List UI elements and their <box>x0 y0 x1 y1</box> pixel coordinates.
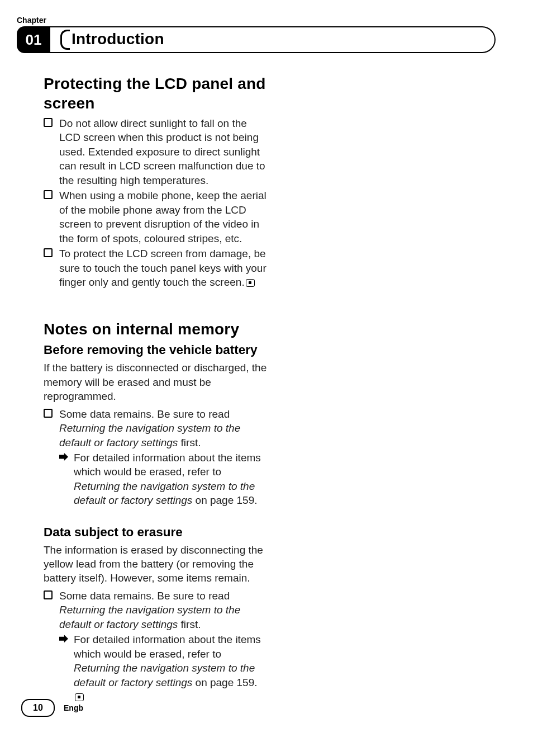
subheading-erasure: Data subject to erasure <box>44 525 267 541</box>
memory-list-1: Some data remains. Be sure to read Retur… <box>44 407 267 508</box>
paragraph: If the battery is disconnected or discha… <box>44 361 267 403</box>
end-of-section-icon <box>246 279 255 287</box>
page-number-badge: 10 <box>21 699 55 717</box>
box-bullet-icon <box>44 409 53 418</box>
box-bullet-icon <box>44 190 53 199</box>
page-footer: 10 Engb <box>21 699 83 717</box>
list-item-text: Do not allow direct sunlight to fall on … <box>59 117 265 186</box>
subheading-battery: Before removing the vehicle battery <box>44 342 267 358</box>
nested-list: For detailed information about the items… <box>59 632 267 703</box>
box-bullet-icon <box>44 590 53 599</box>
list-item: To protect the LCD screen from damage, b… <box>44 247 267 289</box>
chapter-title: Introduction <box>72 30 164 48</box>
list-item-text: Some data remains. Be sure to read Retur… <box>59 408 240 448</box>
list-item: When using a mobile phone, keep the aeri… <box>44 188 267 245</box>
nested-list-item: For detailed information about the items… <box>59 632 267 703</box>
list-item-text: When using a mobile phone, keep the aeri… <box>59 190 266 244</box>
section-heading-lcd: Protecting the LCD panel and screen <box>44 74 267 113</box>
list-item: Do not allow direct sunlight to fall on … <box>44 116 267 187</box>
box-bullet-icon <box>44 248 53 257</box>
chapter-number-badge: 01 <box>17 26 50 53</box>
language-code: Engb <box>64 703 83 712</box>
list-item-text: Some data remains. Be sure to read Retur… <box>59 590 240 630</box>
lcd-list: Do not allow direct sunlight to fall on … <box>44 116 267 289</box>
chapter-label: Chapter <box>17 16 46 25</box>
list-item: Some data remains. Be sure to read Retur… <box>44 589 267 704</box>
header-bracket <box>60 30 70 50</box>
box-bullet-icon <box>44 118 53 127</box>
nested-list-text: For detailed information about the items… <box>74 634 261 688</box>
paragraph: The information is erased by disconnecti… <box>44 543 267 585</box>
chapter-header: 01 Introduction <box>17 26 496 53</box>
nested-list-text: For detailed information about the items… <box>74 452 261 506</box>
list-item-text: To protect the LCD screen from damage, b… <box>59 248 266 288</box>
list-item: Some data remains. Be sure to read Retur… <box>44 407 267 508</box>
section-heading-memory: Notes on internal memory <box>44 319 267 339</box>
memory-list-2: Some data remains. Be sure to read Retur… <box>44 589 267 704</box>
page: Chapter 01 Introduction Protecting the L… <box>0 0 533 756</box>
body-column: Protecting the LCD panel and screen Do n… <box>44 74 267 705</box>
nested-list-item: For detailed information about the items… <box>59 451 267 508</box>
nested-list: For detailed information about the items… <box>59 451 267 508</box>
